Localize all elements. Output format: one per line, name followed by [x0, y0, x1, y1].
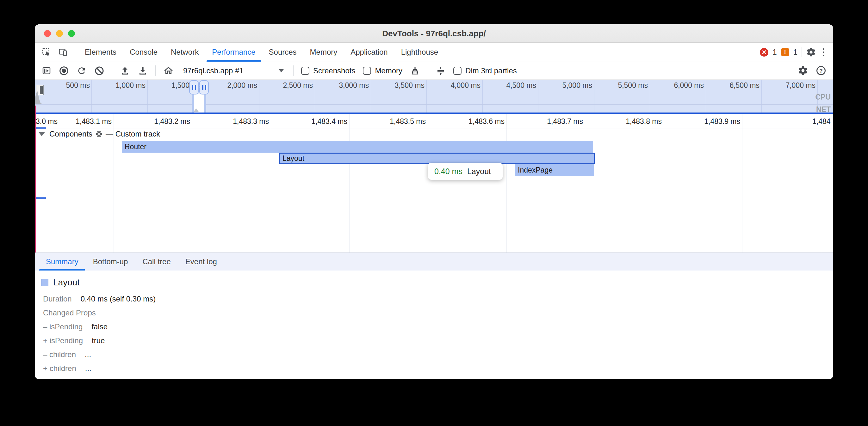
- event-tooltip: 0.40 ms Layout: [428, 163, 503, 180]
- memory-label: Memory: [375, 66, 402, 75]
- tab-event-log[interactable]: Event log: [178, 253, 224, 270]
- duration-value: 0.40 ms (self 0.30 ms): [81, 295, 156, 303]
- track-scroll-marker: [35, 127, 46, 129]
- detail-tick: 1,483.5 ms: [390, 117, 426, 126]
- flame-event-indexpage[interactable]: IndexPage: [515, 164, 594, 176]
- shortcuts-icon[interactable]: [436, 66, 446, 76]
- overview-tick: 500 ms: [66, 81, 90, 90]
- detail-tick: 1,483.7 ms: [547, 117, 583, 126]
- prop-value: false: [91, 322, 107, 331]
- device-toolbar-icon[interactable]: [58, 47, 68, 57]
- detail-tick: 1,483.1 ms: [75, 117, 112, 126]
- net-label: NET: [816, 105, 831, 112]
- event-color-swatch: [41, 279, 49, 286]
- summary-row-prop: + children ...: [40, 362, 833, 375]
- memory-checkbox[interactable]: [363, 67, 371, 75]
- detail-tick: 3.0 ms: [36, 117, 58, 126]
- detail-tick: 1,483.3 ms: [233, 117, 269, 126]
- divider: [790, 65, 790, 76]
- target-selector[interactable]: 97r6ql.csb.app #1: [181, 65, 286, 76]
- custom-track-header[interactable]: Components — Custom track: [39, 130, 160, 138]
- summary-row-duration: Duration 0.40 ms (self 0.30 ms): [40, 292, 833, 306]
- summary-title: Layout: [53, 277, 80, 288]
- tabbar-left-icons: [35, 47, 78, 57]
- tab-performance[interactable]: Performance: [205, 43, 262, 62]
- detail-tick: 1,484: [812, 117, 831, 126]
- upload-icon[interactable]: [120, 66, 130, 76]
- titlebar: DevTools - 97r6ql.csb.app/: [35, 24, 833, 43]
- record-icon[interactable]: [59, 66, 69, 76]
- tab-lighthouse[interactable]: Lighthouse: [395, 43, 445, 62]
- summary-row-changed-props: Changed Props: [40, 306, 833, 320]
- memory-checkbox-group[interactable]: Memory: [363, 66, 402, 75]
- selection-handle-left[interactable]: [189, 80, 199, 95]
- track-boundary-marker: [35, 105, 36, 253]
- gear-icon[interactable]: [798, 65, 808, 76]
- dropdown-caret-icon: [279, 69, 284, 72]
- overview-tick: 3,000 ms: [339, 81, 369, 90]
- overview-tick: 6,500 ms: [730, 81, 760, 90]
- screenshots-checkbox[interactable]: [301, 67, 309, 75]
- gridline: [271, 114, 271, 253]
- error-count[interactable]: 1: [772, 48, 777, 57]
- tab-sources[interactable]: Sources: [262, 43, 303, 62]
- download-icon[interactable]: [137, 66, 148, 76]
- flame-event-router[interactable]: Router: [122, 141, 593, 153]
- dim-3rd-parties-checkbox-group[interactable]: Dim 3rd parties: [453, 66, 517, 75]
- selection-window[interactable]: [189, 79, 209, 112]
- tab-console[interactable]: Console: [123, 43, 164, 62]
- divider: [293, 65, 293, 76]
- gridline: [742, 114, 742, 253]
- reload-icon[interactable]: [76, 66, 87, 76]
- selection-edge-right[interactable]: [204, 94, 206, 112]
- home-icon[interactable]: [163, 65, 174, 76]
- prop-value: ...: [85, 350, 91, 359]
- sidebar-toggle-icon[interactable]: [42, 66, 51, 75]
- overview-tick: 7,000 ms: [785, 81, 815, 90]
- tab-network[interactable]: Network: [164, 43, 205, 62]
- screenshots-label: Screenshots: [313, 66, 355, 75]
- issue-badge-icon[interactable]: !: [781, 48, 789, 56]
- error-badge-icon[interactable]: ✕: [760, 48, 768, 57]
- detail-tick: 1,483.2 ms: [154, 117, 190, 126]
- track-scroll-marker: [35, 197, 46, 199]
- cpu-label: CPU: [815, 93, 831, 101]
- summary-rows: Duration 0.40 ms (self 0.30 ms) Changed …: [40, 292, 833, 375]
- gear-icon[interactable]: [806, 47, 816, 57]
- tab-application[interactable]: Application: [344, 43, 394, 62]
- divider: [112, 65, 112, 76]
- panel-tabs: Elements Console Network Performance Sou…: [78, 43, 445, 62]
- clear-icon[interactable]: [94, 66, 104, 76]
- divider: [802, 47, 802, 57]
- tab-bottom-up[interactable]: Bottom-up: [86, 253, 135, 270]
- detail-tick: 1,483.8 ms: [626, 117, 662, 126]
- overview-tick: 2,500 ms: [283, 81, 313, 90]
- divider: [428, 65, 428, 76]
- detail-tick: 1,483.4 ms: [311, 117, 347, 126]
- selection-handle-right[interactable]: [199, 80, 209, 95]
- gridline: [349, 114, 349, 253]
- tabbar-right: ✕ 1 ! 1: [760, 47, 833, 57]
- flame-chart-area[interactable]: 3.0 ms 1,483.1 ms 1,483.2 ms 1,483.3 ms …: [35, 114, 833, 253]
- window-title: DevTools - 97r6ql.csb.app/: [35, 24, 833, 43]
- overview-tick: 6,000 ms: [674, 81, 704, 90]
- tab-elements[interactable]: Elements: [78, 43, 123, 62]
- issue-count[interactable]: 1: [793, 48, 798, 57]
- summary-row-prop: + isPending true: [40, 334, 833, 348]
- help-icon[interactable]: ?: [816, 65, 826, 76]
- timeline-overview[interactable]: 500 ms 1,000 ms 1,500 ms 2,000 ms 2,500 …: [35, 79, 833, 112]
- dim-3rd-parties-checkbox[interactable]: [453, 67, 462, 75]
- tab-memory[interactable]: Memory: [303, 43, 344, 62]
- prop-label: + children: [43, 364, 76, 373]
- tab-summary[interactable]: Summary: [39, 253, 86, 270]
- more-menu-icon[interactable]: [820, 48, 827, 56]
- disclosure-triangle-icon[interactable]: [39, 132, 45, 136]
- gridline: [821, 114, 821, 253]
- prop-label: – isPending: [43, 322, 83, 331]
- devtools-tabbar: Elements Console Network Performance Sou…: [35, 43, 833, 62]
- garbage-collect-icon[interactable]: [410, 66, 420, 76]
- inspect-icon[interactable]: [42, 47, 51, 57]
- screenshots-checkbox-group[interactable]: Screenshots: [301, 66, 355, 75]
- selection-cpu-spike: [193, 108, 199, 112]
- tab-call-tree[interactable]: Call tree: [135, 253, 178, 270]
